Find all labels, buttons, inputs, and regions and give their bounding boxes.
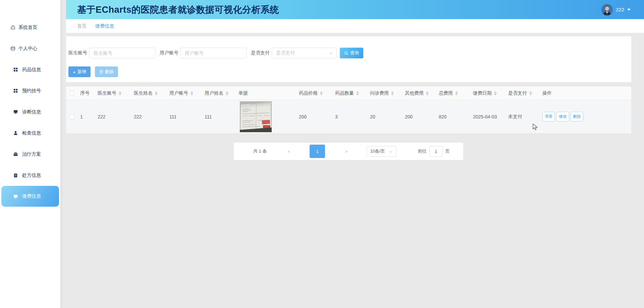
- page-title: 基于ECharts的医院患者就诊数据可视化分析系统: [77, 4, 279, 16]
- sidebar-item-label: 药品信息: [22, 67, 41, 73]
- user-menu[interactable]: 222: [601, 4, 631, 15]
- sort-icon[interactable]: [494, 91, 497, 95]
- briefcase-icon: [13, 152, 18, 157]
- column-header: 总费用: [439, 90, 453, 96]
- sidebar-item-treatment[interactable]: 治疗方案: [0, 144, 60, 165]
- column-header: 药品数量: [335, 90, 354, 96]
- sidebar-item-prescription[interactable]: 处方信息: [0, 165, 60, 186]
- column-header: 医生账号: [98, 90, 116, 96]
- cell-doctor-name: 222: [134, 114, 142, 119]
- sidebar-item-drug-info[interactable]: 药品信息: [0, 59, 60, 80]
- delete-button-label: 删除: [105, 69, 114, 75]
- username: 222: [616, 7, 624, 12]
- home-icon: [10, 25, 15, 30]
- sidebar-item-label: 处方信息: [22, 172, 41, 178]
- edit-button[interactable]: 修改: [556, 112, 569, 121]
- sidebar-item-label: 缴费信息: [22, 193, 41, 199]
- breadcrumb-home[interactable]: 首页: [77, 23, 87, 29]
- cell-user-account: 111: [169, 114, 176, 119]
- column-header: 医生姓名: [134, 90, 153, 96]
- column-header: 用户账号: [169, 90, 188, 96]
- search-button-label: 查询: [350, 50, 359, 56]
- pay-status-select[interactable]: 是否支付: [272, 48, 337, 58]
- sidebar-item-system-home[interactable]: 系统首页: [0, 17, 60, 38]
- select-all-checkbox[interactable]: [69, 91, 74, 96]
- sort-icon[interactable]: [119, 91, 121, 95]
- column-header: 操作: [542, 90, 552, 96]
- cell-doctor-account: 222: [98, 114, 105, 119]
- sidebar: 系统首页 个人中心 药品信息 预约挂号 诊断信息 检查信息 治疗方案: [0, 0, 60, 308]
- sort-icon[interactable]: [529, 91, 532, 95]
- sort-icon[interactable]: [391, 91, 394, 95]
- patient-icon: [13, 131, 18, 136]
- goto-unit: 页: [445, 148, 450, 154]
- row-checkbox[interactable]: [69, 114, 74, 119]
- column-header: 问诊费用: [370, 90, 389, 96]
- sidebar-item-payment-info[interactable]: 缴费信息: [1, 186, 59, 207]
- avatar: [601, 4, 613, 15]
- cell-seq: 1: [80, 114, 83, 119]
- cell-drug-count: 3: [335, 114, 338, 119]
- delete-button[interactable]: 删除: [95, 66, 118, 77]
- row-delete-button[interactable]: 删除: [571, 112, 583, 121]
- chevron-down-icon: [627, 9, 631, 11]
- cell-drug-price: 200: [299, 114, 307, 119]
- payment-monitor-icon: [13, 194, 18, 199]
- user-account-label: 用户账号: [160, 50, 178, 56]
- payments-table: 序号 医生账号 医生姓名 用户账号 用户姓名 单据 药品价格 药品数量 问诊费用…: [66, 87, 631, 133]
- grid-icon: [13, 67, 18, 72]
- receipt-photo[interactable]: [240, 101, 272, 132]
- cell-total-fee: 820: [439, 114, 446, 119]
- sort-icon[interactable]: [356, 91, 359, 95]
- sidebar-item-label: 预约挂号: [22, 88, 41, 94]
- sidebar-item-label: 检查信息: [22, 130, 41, 136]
- user-account-input[interactable]: [180, 48, 247, 58]
- cell-consult-fee: 20: [370, 114, 375, 119]
- sidebar-item-label: 治疗方案: [22, 151, 41, 157]
- plus-icon: +: [73, 69, 76, 74]
- sort-icon[interactable]: [191, 91, 193, 95]
- page-1-button[interactable]: 1: [310, 145, 325, 158]
- page-size-select[interactable]: 10条/页: [367, 146, 396, 157]
- sort-icon[interactable]: [426, 91, 429, 95]
- profile-icon: [10, 46, 15, 51]
- chevron-down-icon: [329, 51, 332, 54]
- sort-icon[interactable]: [320, 91, 323, 95]
- search-button[interactable]: 查询: [340, 48, 363, 58]
- breadcrumb-current[interactable]: 缴费信息: [95, 23, 114, 29]
- sidebar-item-exam-info[interactable]: 检查信息: [0, 122, 60, 144]
- status-badge: 未支付: [508, 114, 522, 120]
- pagination-bar: 共 1 条 < 1 > 10条/页 前往 页: [233, 142, 464, 160]
- search-icon: [344, 51, 348, 55]
- sidebar-item-label: 系统首页: [18, 24, 37, 31]
- filter-panel: 医生账号 用户账号 是否支付 是否支付 查询 + 新增 删除: [66, 36, 631, 82]
- cell-other-fee: 200: [405, 114, 413, 119]
- cell-pay-date: 2025-04-03: [473, 114, 497, 119]
- doctor-account-label: 医生账号: [68, 50, 87, 56]
- column-header: 序号: [80, 90, 90, 96]
- column-header: 缴费日期: [473, 90, 492, 96]
- trash-icon: [99, 70, 103, 74]
- column-header: 是否支付: [508, 90, 527, 96]
- sidebar-item-profile[interactable]: 个人中心: [0, 38, 60, 59]
- grid-icon: [13, 88, 18, 94]
- next-page-button[interactable]: >: [345, 149, 348, 154]
- goto-page-input[interactable]: [429, 146, 443, 157]
- sort-icon[interactable]: [226, 91, 228, 95]
- column-header: 用户姓名: [205, 90, 223, 96]
- sort-icon[interactable]: [155, 91, 158, 95]
- add-button[interactable]: + 新增: [68, 66, 91, 77]
- breadcrumb: 首页 缴费信息: [66, 19, 644, 33]
- prev-page-button[interactable]: <: [287, 149, 290, 154]
- sort-icon[interactable]: [455, 91, 458, 95]
- pagination-total: 共 1 条: [253, 148, 267, 154]
- view-button[interactable]: 查看: [542, 112, 555, 121]
- diagnosis-icon: [13, 109, 18, 115]
- pay-status-select-placeholder: 是否支付: [276, 50, 295, 56]
- doctor-account-input[interactable]: [89, 48, 156, 58]
- column-header: 药品价格: [299, 90, 318, 96]
- pay-status-label: 是否支付: [251, 50, 270, 56]
- sidebar-item-diagnosis[interactable]: 诊断信息: [0, 101, 60, 122]
- column-header: 单据: [238, 90, 248, 96]
- sidebar-item-appointment[interactable]: 预约挂号: [0, 80, 60, 101]
